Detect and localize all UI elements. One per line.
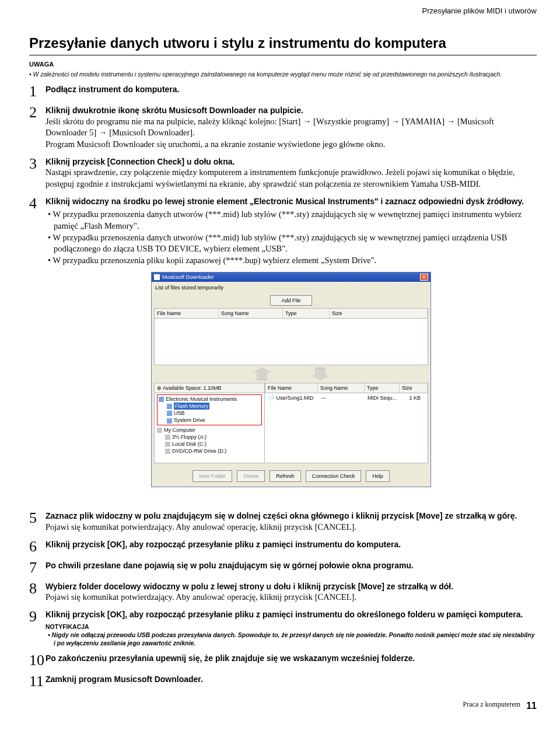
step-text: Nastąpi sprawdzenie, czy połączenie międ… xyxy=(46,167,537,190)
step-head: Po chwili przesłane dane pojawią się w p… xyxy=(46,560,537,571)
move-up-button[interactable] xyxy=(244,368,279,380)
add-file-button[interactable]: Add File xyxy=(270,295,312,306)
move-arrows xyxy=(152,365,430,383)
app-icon xyxy=(154,274,160,280)
bullet-item: • W przypadku przenoszenia danych utworó… xyxy=(46,232,537,255)
step-bullets: • W przypadku przenoszenia danych utworó… xyxy=(46,209,537,266)
tree-item-usb[interactable]: USB xyxy=(174,410,185,416)
move-down-button[interactable] xyxy=(303,368,338,380)
step-number: 10 xyxy=(29,653,46,668)
col-size[interactable]: Size xyxy=(400,383,428,393)
bottom-button-row: New Folder Delete Refresh Connection Che… xyxy=(152,466,430,487)
tree-pane[interactable]: Electronic Musical Instruments Flash Mem… xyxy=(154,393,265,463)
col-type[interactable]: Type xyxy=(365,383,400,393)
computer-icon xyxy=(157,428,162,433)
bullet-item: • W przypadku przenoszenia danych utworó… xyxy=(46,209,537,232)
window-title: Musicsoft Downloader xyxy=(162,274,214,281)
step-head: Zaznacz plik widoczny w polu znajdującym… xyxy=(46,511,537,522)
disk-icon xyxy=(165,442,170,447)
step-text: Pojawi się komunikat potwierdzający. Aby… xyxy=(46,592,537,603)
tree-item-localdisk[interactable]: Local Disk (C:) xyxy=(172,441,206,447)
lower-file-list[interactable]: 📄 UserSong1.MID --- MIDI Sequ... 1 KB xyxy=(265,393,428,463)
step-number: 5 xyxy=(29,511,46,533)
help-button[interactable]: Help xyxy=(366,470,390,482)
notification-body: • Nigdy nie odłączaj przewodu USB podcza… xyxy=(54,631,537,647)
tree-item-flash[interactable]: Flash Memory xyxy=(174,403,209,410)
step-head: Wybierz folder docelowy widoczny w polu … xyxy=(46,581,537,592)
page-footer: Praca z komputerem 11 xyxy=(29,700,537,712)
step-head: Zamknij program Musicsoft Downloader. xyxy=(46,674,537,685)
step-head: Kliknij widoczny na środku po lewej stro… xyxy=(46,196,537,207)
steps-list: 1 Podłącz instrument do komputera. 2 Kli… xyxy=(29,84,537,689)
step-number: 11 xyxy=(29,674,46,689)
cd-icon xyxy=(165,449,170,454)
step-number: 3 xyxy=(29,156,46,190)
keyboard-icon xyxy=(159,397,164,402)
col-filename[interactable]: File Name xyxy=(265,383,318,393)
col-size[interactable]: Size xyxy=(330,309,428,318)
available-space: ⊕ Available Space: 1.10MB xyxy=(154,383,265,393)
bullet-item: • W przypadku przenoszenia pliku kopii z… xyxy=(46,255,537,267)
running-header: Przesyłanie plików MIDI i utworów xyxy=(29,6,537,16)
delete-button[interactable]: Delete xyxy=(237,470,265,482)
col-songname[interactable]: Song Name xyxy=(318,383,365,393)
temp-list-label: List of files stored temporarily xyxy=(152,282,430,293)
step-text: Jeśli skrótu do programu nie ma na pulpi… xyxy=(46,116,537,151)
step-number: 2 xyxy=(29,105,46,151)
chip-icon xyxy=(167,404,172,409)
app-window-illustration: Musicsoft Downloader ✕ List of files sto… xyxy=(151,272,431,487)
floppy-icon xyxy=(165,435,170,440)
connection-check-button[interactable]: Connection Check xyxy=(306,470,362,482)
step-number: 6 xyxy=(29,539,46,554)
tree-item-mycomputer[interactable]: My Computer xyxy=(164,427,195,433)
step-head: Po zakończeniu przesyłania upewnij się, … xyxy=(46,653,537,664)
tree-root-highlight: Electronic Musical Instruments Flash Mem… xyxy=(157,394,262,425)
titlebar: Musicsoft Downloader ✕ xyxy=(152,272,430,282)
step-number: 4 xyxy=(29,196,46,505)
step-number: 9 xyxy=(29,609,46,647)
footer-label: Praca z komputerem xyxy=(463,700,521,712)
upper-columns: File Name Song Name Type Size xyxy=(154,308,428,319)
step-head: Kliknij przycisk [OK], aby rozpocząć prz… xyxy=(46,609,537,620)
note-label: UWAGA xyxy=(29,60,537,69)
col-type[interactable]: Type xyxy=(283,309,330,318)
step-number: 1 xyxy=(29,84,46,99)
refresh-button[interactable]: Refresh xyxy=(270,470,301,482)
col-songname[interactable]: Song Name xyxy=(219,309,283,318)
tree-item-sysdrive[interactable]: System Drive xyxy=(174,417,205,423)
notification-label: NOTYFIKACJA xyxy=(46,623,537,631)
step-head: Kliknij przycisk [Connection Check] u do… xyxy=(46,156,537,167)
new-folder-button[interactable]: New Folder xyxy=(192,470,232,482)
list-item[interactable]: 📄 UserSong1.MID --- MIDI Sequ... 1 KB xyxy=(266,394,426,401)
drive-icon xyxy=(167,418,172,424)
usb-icon xyxy=(167,411,172,416)
step-head: Kliknij przycisk [OK], aby rozpocząć prz… xyxy=(46,539,537,550)
upper-file-list[interactable] xyxy=(154,319,428,365)
close-icon[interactable]: ✕ xyxy=(420,274,428,281)
step-head: Podłącz instrument do komputera. xyxy=(46,84,537,95)
step-text: Pojawi się komunikat potwierdzający. Aby… xyxy=(46,522,537,533)
note-body: W zależności od modelu instrumentu i sys… xyxy=(35,70,537,78)
tree-item-floppy[interactable]: 3½ Floppy (A:) xyxy=(172,434,206,440)
page-number: 11 xyxy=(526,700,537,712)
section-title: Przesyłanie danych utworu i stylu z inst… xyxy=(29,34,537,55)
col-filename[interactable]: File Name xyxy=(155,309,219,318)
step-number: 8 xyxy=(29,581,46,603)
step-number: 7 xyxy=(29,560,46,575)
step-head: Kliknij dwukrotnie ikonę skrótu Musicsof… xyxy=(46,105,537,116)
tree-item-emi[interactable]: Electronic Musical Instruments xyxy=(166,396,237,402)
tree-item-dvd[interactable]: DVD/CD-RW Drive (D:) xyxy=(172,448,226,454)
